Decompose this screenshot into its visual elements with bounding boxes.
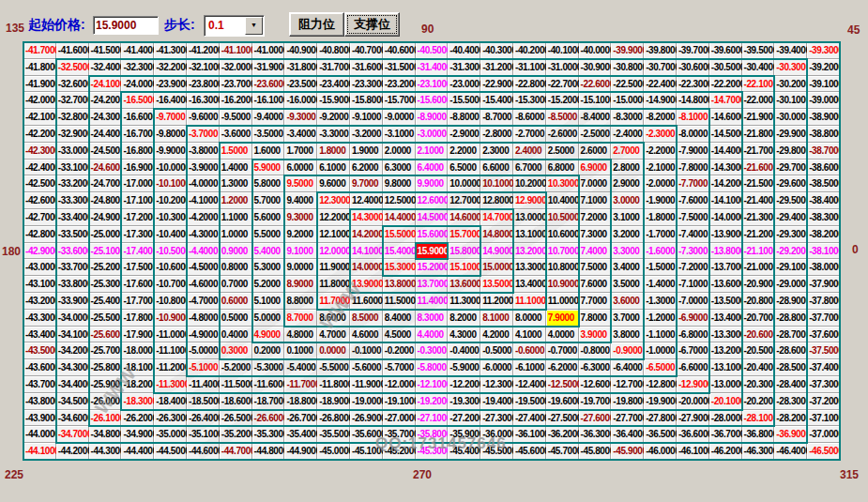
price-cell[interactable]: -22.2000: [709, 76, 742, 93]
price-cell[interactable]: -5.1000: [187, 359, 220, 376]
price-cell[interactable]: -24.8000: [89, 192, 122, 209]
price-cell[interactable]: -36.2000: [546, 426, 579, 443]
price-cell[interactable]: -42.0000: [23, 92, 56, 109]
price-cell[interactable]: -1.5000: [644, 259, 677, 276]
price-cell[interactable]: 2.0000: [383, 143, 416, 160]
price-cell[interactable]: -46.5000: [807, 443, 840, 460]
price-cell[interactable]: -30.3000: [774, 59, 807, 76]
price-cell[interactable]: 12.8000: [480, 192, 513, 209]
price-cell[interactable]: -10.8000: [154, 293, 187, 310]
price-cell[interactable]: 12.5000: [383, 192, 416, 209]
price-cell[interactable]: -3.3000: [317, 126, 350, 143]
price-cell[interactable]: 0.2000: [252, 342, 285, 359]
price-cell[interactable]: -31.3000: [448, 59, 480, 76]
price-cell[interactable]: -33.1000: [56, 160, 89, 176]
price-cell[interactable]: -1.6000: [644, 243, 677, 260]
price-cell[interactable]: 4.3000: [448, 327, 480, 343]
price-cell[interactable]: 11.0000: [546, 293, 579, 310]
price-cell[interactable]: 13.5000: [480, 276, 513, 293]
price-cell[interactable]: -14.0000: [709, 209, 742, 226]
price-cell[interactable]: -20.8000: [742, 293, 775, 310]
price-cell[interactable]: -9.5000: [220, 109, 252, 126]
price-cell[interactable]: -46.2000: [709, 443, 742, 460]
price-cell[interactable]: -32.0000: [220, 59, 252, 76]
price-cell[interactable]: -19.8000: [611, 393, 644, 410]
price-cell[interactable]: -38.4000: [807, 192, 840, 209]
price-cell[interactable]: -17.7000: [121, 293, 154, 310]
price-cell[interactable]: -1.1000: [644, 327, 677, 343]
price-cell[interactable]: -29.5000: [774, 192, 807, 209]
price-cell[interactable]: -42.3000: [23, 143, 56, 160]
price-cell[interactable]: -17.3000: [121, 226, 154, 243]
price-cell[interactable]: -26.3000: [154, 410, 187, 427]
price-cell[interactable]: -32.1000: [187, 59, 220, 76]
price-cell[interactable]: -24.2000: [89, 92, 122, 109]
price-cell[interactable]: -18.7000: [252, 393, 285, 410]
price-cell[interactable]: -21.7000: [742, 143, 775, 160]
price-cell[interactable]: -35.3000: [252, 426, 285, 443]
price-cell[interactable]: -37.0000: [807, 426, 840, 443]
price-cell[interactable]: -15.0000: [611, 92, 644, 109]
price-cell[interactable]: 14.2000: [350, 226, 383, 243]
price-cell[interactable]: -5.6000: [350, 359, 383, 376]
price-cell[interactable]: -15.7000: [383, 92, 416, 109]
price-cell[interactable]: -22.9000: [480, 76, 513, 93]
price-cell[interactable]: -37.4000: [807, 359, 840, 376]
center-price-cell[interactable]: 15.9000: [416, 243, 449, 260]
price-cell[interactable]: 14.7000: [480, 209, 513, 226]
price-cell[interactable]: -34.2000: [56, 342, 89, 359]
price-cell[interactable]: 0.0000: [317, 342, 350, 359]
price-cell[interactable]: 9.5000: [284, 175, 317, 192]
price-cell[interactable]: 1.9000: [350, 143, 383, 160]
price-cell[interactable]: -1.7000: [644, 226, 677, 243]
price-cell[interactable]: -2.2000: [644, 143, 677, 160]
price-cell[interactable]: 6.3000: [383, 160, 416, 176]
price-cell[interactable]: -34.1000: [56, 327, 89, 343]
price-cell[interactable]: -4.8000: [187, 310, 220, 327]
chevron-down-icon[interactable]: ▼: [245, 17, 263, 35]
price-cell[interactable]: -45.7000: [546, 443, 579, 460]
price-cell[interactable]: 2.4000: [513, 143, 546, 160]
price-cell[interactable]: -2.9000: [448, 126, 480, 143]
price-cell[interactable]: 8.5000: [350, 310, 383, 327]
price-cell[interactable]: -2.6000: [546, 126, 579, 143]
price-cell[interactable]: -15.8000: [350, 92, 383, 109]
price-cell[interactable]: -37.3000: [807, 376, 840, 393]
price-cell[interactable]: -43.7000: [23, 376, 56, 393]
price-cell[interactable]: -33.0000: [56, 143, 89, 160]
price-cell[interactable]: -3.4000: [284, 126, 317, 143]
price-cell[interactable]: -12.8000: [644, 376, 677, 393]
price-cell[interactable]: -31.0000: [546, 59, 579, 76]
price-cell[interactable]: 10.4000: [546, 192, 579, 209]
price-cell[interactable]: -11.1000: [154, 342, 187, 359]
price-cell[interactable]: -38.0000: [807, 259, 840, 276]
price-cell[interactable]: -11.9000: [350, 376, 383, 393]
price-cell[interactable]: 14.9000: [480, 243, 513, 260]
price-cell[interactable]: 7.8000: [579, 310, 612, 327]
price-cell[interactable]: -28.3000: [774, 393, 807, 410]
price-cell[interactable]: -18.0000: [121, 342, 154, 359]
price-cell[interactable]: -28.8000: [774, 310, 807, 327]
price-cell[interactable]: -16.7000: [121, 126, 154, 143]
price-cell[interactable]: -36.0000: [480, 426, 513, 443]
price-cell[interactable]: 5.2000: [252, 276, 285, 293]
price-cell[interactable]: -35.6000: [350, 426, 383, 443]
price-cell[interactable]: 15.7000: [448, 226, 480, 243]
price-cell[interactable]: 12.6000: [416, 192, 449, 209]
price-cell[interactable]: 11.5000: [383, 293, 416, 310]
price-cell[interactable]: -28.2000: [774, 410, 807, 427]
price-cell[interactable]: 6.7000: [513, 160, 546, 176]
price-cell[interactable]: -43.4000: [23, 327, 56, 343]
price-cell[interactable]: -4.1000: [187, 192, 220, 209]
price-cell[interactable]: -17.4000: [121, 243, 154, 260]
price-cell[interactable]: 2.7000: [611, 143, 644, 160]
price-cell[interactable]: 11.6000: [350, 293, 383, 310]
price-cell[interactable]: -18.9000: [317, 393, 350, 410]
price-cell[interactable]: -20.0000: [677, 393, 709, 410]
price-cell[interactable]: -28.7000: [774, 327, 807, 343]
price-cell[interactable]: -34.7000: [56, 426, 89, 443]
price-cell[interactable]: -17.1000: [121, 192, 154, 209]
price-cell[interactable]: -44.7000: [220, 443, 252, 460]
price-cell[interactable]: -11.7000: [284, 376, 317, 393]
price-cell[interactable]: -21.8000: [742, 126, 775, 143]
